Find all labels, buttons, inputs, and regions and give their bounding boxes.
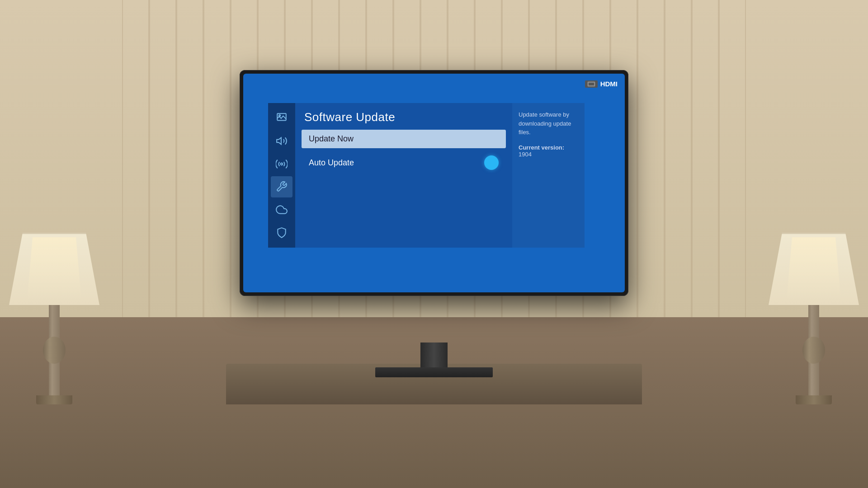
settings-panel: Software Update Update Now Auto Update U… xyxy=(268,103,585,248)
svg-point-5 xyxy=(281,163,283,165)
sidebar-item-privacy[interactable] xyxy=(271,222,292,243)
lamp-base-bottom-right xyxy=(796,395,832,404)
sidebar-item-support[interactable] xyxy=(271,176,292,197)
info-version: Current version: 1904 xyxy=(519,144,578,158)
tv-stand xyxy=(375,343,493,377)
wall-panel xyxy=(149,0,176,317)
lamp-right xyxy=(769,233,859,404)
wall-panel xyxy=(719,0,746,317)
auto-update-label: Auto Update xyxy=(309,158,354,168)
cloud-icon xyxy=(276,204,288,216)
lamp-left xyxy=(9,233,99,404)
tv-screen: HDMI xyxy=(243,74,625,292)
auto-update-item[interactable]: Auto Update xyxy=(302,151,506,174)
svg-rect-1 xyxy=(589,83,594,85)
wall-panel xyxy=(665,0,692,317)
wall-panel xyxy=(692,0,719,317)
lamp-shade-inner-left xyxy=(27,237,81,300)
sidebar-item-sound[interactable] xyxy=(271,131,292,152)
version-label: Current version: xyxy=(519,144,564,151)
hdmi-port-icon xyxy=(587,81,595,87)
picture-icon xyxy=(276,112,288,124)
hdmi-indicator: HDMI xyxy=(585,80,618,88)
support-icon xyxy=(276,181,288,192)
lamp-base-middle-right xyxy=(802,337,825,364)
sidebar-item-cloud[interactable] xyxy=(271,199,292,221)
lamp-base-left xyxy=(49,305,60,395)
update-now-item[interactable]: Update Now xyxy=(302,130,506,148)
lamp-base-middle-left xyxy=(43,337,66,364)
hdmi-label: HDMI xyxy=(600,80,618,88)
svg-point-3 xyxy=(279,115,280,116)
sound-icon xyxy=(276,135,288,147)
tv-stand-base xyxy=(375,367,493,377)
settings-sidebar xyxy=(268,103,295,248)
auto-update-toggle[interactable] xyxy=(484,155,499,170)
tv-bezel: HDMI xyxy=(240,70,628,296)
svg-marker-4 xyxy=(277,137,281,144)
privacy-shield-icon xyxy=(276,227,288,239)
lamp-base-bottom-left xyxy=(36,395,72,404)
version-number: 1904 xyxy=(519,151,532,158)
settings-info-panel: Update software by downloading update fi… xyxy=(512,103,585,248)
wall-panel xyxy=(122,0,149,317)
wall-panel xyxy=(203,0,231,317)
wall-panel xyxy=(637,0,665,317)
tv: HDMI xyxy=(240,70,628,296)
info-description: Update software by downloading update fi… xyxy=(519,110,578,137)
settings-title: Software Update xyxy=(295,103,512,130)
sidebar-item-picture[interactable] xyxy=(271,108,292,129)
network-icon xyxy=(276,158,288,170)
settings-main-panel: Software Update Update Now Auto Update xyxy=(295,103,512,248)
hdmi-icon xyxy=(585,80,598,88)
sidebar-item-network[interactable] xyxy=(271,153,292,174)
lamp-shade-inner-right xyxy=(787,237,841,300)
wall-panel xyxy=(176,0,203,317)
tv-stand-neck xyxy=(420,343,448,367)
lamp-base-right xyxy=(808,305,819,395)
